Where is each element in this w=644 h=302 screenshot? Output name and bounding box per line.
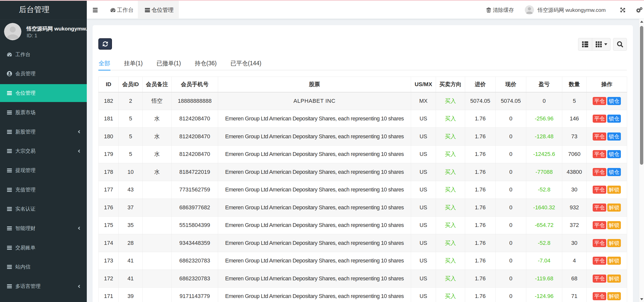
sidebar-item-5[interactable]: 大宗交易: [0, 142, 87, 160]
fullscreen-icon[interactable]: [620, 7, 625, 13]
triangle-down-icon: [640, 298, 643, 300]
sidebar-item-8[interactable]: 实名认证: [0, 200, 87, 218]
refresh-button[interactable]: [98, 38, 112, 50]
cell-actions: 平仓解锁: [587, 252, 627, 270]
close-position-button[interactable]: 平仓: [593, 115, 606, 123]
sidebar-item-10[interactable]: 交易账单: [0, 239, 87, 257]
lock-position-button[interactable]: 锁仓: [607, 132, 621, 141]
sidebar-item-1[interactable]: 会员管理: [0, 65, 87, 83]
sidebar-item-2[interactable]: 仓位管理: [0, 84, 87, 102]
cell-entry: 1.76: [465, 216, 496, 234]
cell-pl: -7.04: [526, 252, 562, 270]
filter-tab-1[interactable]: 挂单(1): [124, 56, 143, 70]
lock-position-button[interactable]: 锁仓: [607, 97, 621, 105]
unlock-position-button[interactable]: 解锁: [607, 221, 621, 229]
cell-remark: 悟空: [143, 92, 172, 110]
column-header-4: 股票: [218, 77, 411, 92]
sidebar-menu: 工作台会员管理仓位管理股票市场新股管理大宗交易提现管理充值管理实名认证智能理财交…: [0, 46, 87, 297]
sidebar-item-label: 交易账单: [15, 244, 35, 251]
unlock-position-button[interactable]: 解锁: [607, 275, 621, 283]
unlock-position-button[interactable]: 解锁: [607, 292, 621, 300]
column-header-3: 会员手机号: [172, 77, 218, 92]
cell-id: 172: [99, 270, 119, 288]
columns-dropdown-button[interactable]: [592, 38, 611, 51]
trash-icon: [486, 7, 491, 13]
cell-direction: 买入: [436, 110, 465, 128]
lock-position-button[interactable]: 锁仓: [607, 168, 621, 176]
close-position-button[interactable]: 平仓: [593, 292, 606, 300]
cell-stock: Emeren Group Ltd American Depositary Sha…: [218, 234, 411, 252]
chevron-left-icon: [77, 129, 80, 134]
sidebar-item-6[interactable]: 提现管理: [0, 161, 87, 179]
content-card: 全部挂单(1)已撤单(1)持仓(36)已平仓(144) ID会员ID会员备注会员…: [93, 25, 633, 302]
cell-phone: 8124208470: [172, 128, 218, 146]
cell-market: US: [411, 199, 436, 217]
chevron-left-icon: [77, 149, 80, 153]
cell-member_id: 41: [119, 252, 143, 270]
sidebar-item-label: 实名认证: [15, 206, 35, 212]
unlock-position-button[interactable]: 解锁: [607, 257, 621, 265]
close-position-button[interactable]: 平仓: [593, 186, 606, 194]
sidebar-item-4[interactable]: 新股管理: [0, 123, 87, 141]
topbar-avatar[interactable]: [525, 5, 534, 15]
cell-phone: 8184722019: [172, 163, 218, 181]
cell-id: 177: [99, 181, 119, 199]
close-position-button[interactable]: 平仓: [593, 150, 606, 158]
sidebar-item-3[interactable]: 股票市场: [0, 104, 87, 121]
table-row-181: 1815水8124208470Emeren Group Ltd American…: [99, 110, 627, 128]
unlock-position-button[interactable]: 解锁: [607, 186, 621, 194]
close-position-button[interactable]: 平仓: [593, 204, 606, 212]
cell-price: 0: [496, 234, 526, 252]
close-position-button[interactable]: 平仓: [593, 168, 606, 176]
sidebar-item-12[interactable]: 多语言管理: [0, 277, 87, 295]
bars-icon: [7, 90, 12, 96]
cell-entry: 1.76: [465, 252, 496, 270]
cell-remark: [143, 181, 172, 199]
cell-phone: 8124208470: [172, 145, 218, 163]
close-position-button[interactable]: 平仓: [593, 221, 606, 229]
scroll-up-arrow[interactable]: [639, 19, 644, 24]
close-position-button[interactable]: 平仓: [593, 257, 606, 265]
lock-position-button[interactable]: 锁仓: [607, 150, 621, 158]
cell-price: 0: [496, 287, 526, 302]
cell-direction: 买入: [436, 234, 465, 252]
cell-direction: 买入: [436, 216, 465, 234]
sidebar-item-0[interactable]: 工作台: [0, 46, 87, 63]
close-position-button[interactable]: 平仓: [593, 239, 606, 247]
cell-member_id: 35: [119, 216, 143, 234]
cell-direction: 买入: [436, 181, 465, 199]
list-view-button[interactable]: [578, 38, 592, 51]
close-position-button[interactable]: 平仓: [593, 275, 606, 283]
unlock-position-button[interactable]: 解锁: [607, 239, 621, 247]
topbar-user-name[interactable]: 悟空源码网 wukongymw.com: [538, 0, 606, 19]
cell-remark: 水: [143, 110, 172, 128]
app-logo[interactable]: 后台管理: [0, 0, 87, 19]
cell-qty: 372: [562, 216, 587, 234]
close-position-button[interactable]: 平仓: [593, 97, 606, 105]
filter-tab-2[interactable]: 已撤单(1): [156, 56, 181, 70]
main-content: 全部挂单(1)已撤单(1)持仓(36)已平仓(144) ID会员ID会员备注会员…: [87, 19, 639, 302]
column-header-11: 操作: [587, 77, 627, 92]
lock-position-button[interactable]: 锁仓: [607, 115, 621, 123]
table-head: ID会员ID会员备注会员手机号股票US/MX买卖方向进价现价盈亏数量操作: [99, 77, 627, 92]
page-scrollbar[interactable]: [639, 19, 644, 302]
cell-phone: 9343448359: [172, 234, 218, 252]
unlock-position-button[interactable]: 解锁: [607, 204, 621, 212]
sidebar-item-9[interactable]: 智能理财: [0, 219, 87, 237]
scroll-down-arrow[interactable]: [639, 296, 644, 302]
cell-direction: 买入: [436, 287, 465, 302]
filter-tab-3[interactable]: 持仓(36): [194, 56, 217, 70]
scrollbar-thumb[interactable]: [640, 26, 643, 165]
filter-tab-4[interactable]: 已平仓(144): [230, 56, 262, 70]
gears-icon[interactable]: [636, 7, 642, 13]
filter-tab-0[interactable]: 全部: [98, 56, 110, 70]
search-button[interactable]: [613, 38, 627, 51]
clear-cache-button[interactable]: 清除缓存: [486, 0, 514, 19]
sidebar-item-11[interactable]: 站内信: [0, 258, 87, 276]
cell-qty: 5: [562, 92, 587, 110]
sidebar-item-7[interactable]: 充值管理: [0, 181, 87, 199]
cell-market: US: [411, 234, 436, 252]
cell-entry: 5074.05: [465, 92, 496, 110]
close-position-button[interactable]: 平仓: [593, 132, 606, 141]
cell-entry: 1.76: [465, 199, 496, 217]
